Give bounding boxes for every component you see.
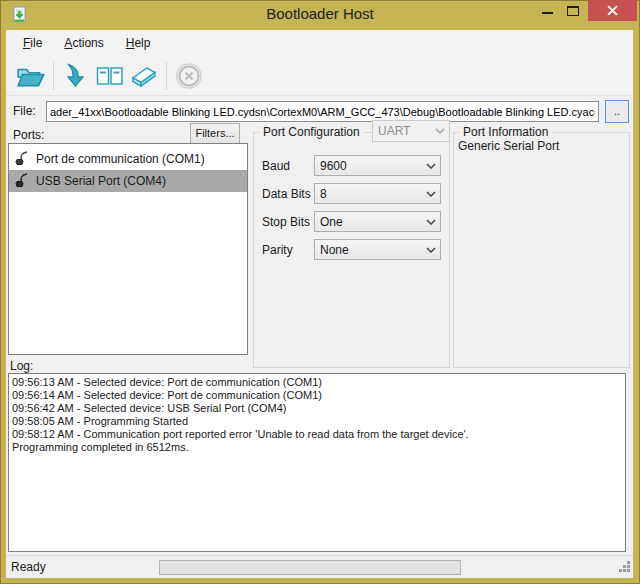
parity-label: Parity <box>262 243 293 257</box>
log-label: Log: <box>10 359 33 373</box>
file-label: File: <box>13 104 36 118</box>
baud-value: 9600 <box>315 159 421 173</box>
log-line: 09:58:05 AM - Programming Started <box>12 415 622 428</box>
data-bits-label: Data Bits <box>262 187 311 201</box>
protocol-dropdown: UART <box>372 120 450 142</box>
close-button[interactable] <box>588 0 637 21</box>
menu-bar: File Actions Help <box>6 30 633 56</box>
stop-bits-dropdown[interactable]: One <box>314 211 441 232</box>
browse-button[interactable]: .. <box>605 100 629 123</box>
data-bits-value: 8 <box>315 187 421 201</box>
folder-open-icon <box>16 63 46 89</box>
verify-documents-icon <box>95 63 125 89</box>
abort-button <box>172 60 206 92</box>
serial-port-icon <box>14 151 29 167</box>
chevron-down-icon <box>421 191 440 197</box>
close-icon <box>607 5 618 16</box>
port-information-group: Port Information Generic Serial Port <box>453 132 630 368</box>
app-window: Bootloader Host File Actions Help <box>0 0 640 584</box>
serial-port-icon <box>14 173 29 189</box>
minimize-button[interactable] <box>538 0 558 21</box>
stop-bits-label: Stop Bits <box>262 215 310 229</box>
minimize-icon <box>542 12 553 14</box>
verify-button[interactable] <box>93 60 127 92</box>
maximize-icon <box>567 6 579 16</box>
program-button[interactable] <box>59 60 93 92</box>
abort-circle-x-icon <box>175 62 203 90</box>
log-line: 09:58:12 AM - Communication port reporte… <box>12 428 622 441</box>
maximize-button[interactable] <box>562 0 584 21</box>
status-bar: Ready <box>6 555 633 578</box>
log-line: Programming completed in 6512ms. <box>12 441 622 454</box>
resize-grip[interactable] <box>618 560 631 576</box>
toolbar-separator <box>166 62 167 90</box>
data-bits-dropdown[interactable]: 8 <box>314 183 441 204</box>
protocol-value: UART <box>373 124 430 138</box>
log-box[interactable]: 09:56:13 AM - Selected device: Port de c… <box>8 373 626 552</box>
client-area: File Actions Help <box>6 30 633 578</box>
progress-bar <box>159 560 461 575</box>
toolbar <box>6 56 633 96</box>
port-item-label: Port de communication (COM1) <box>36 152 205 166</box>
log-line: 09:56:13 AM - Selected device: Port de c… <box>12 376 622 389</box>
chevron-down-icon <box>430 128 449 134</box>
port-list-item-com4[interactable]: USB Serial Port (COM4) <box>9 170 247 192</box>
log-line: 09:56:14 AM - Selected device: Port de c… <box>12 389 622 402</box>
ports-list: Port de communication (COM1) USB Serial … <box>8 143 248 355</box>
chevron-down-icon <box>421 219 440 225</box>
eraser-icon <box>129 63 159 89</box>
chevron-down-icon <box>421 247 440 253</box>
menu-item-actions[interactable]: Actions <box>53 32 114 54</box>
port-information-text: Generic Serial Port <box>458 139 559 153</box>
port-information-title: Port Information <box>459 125 552 139</box>
status-text: Ready <box>11 560 46 574</box>
parity-value: None <box>315 243 421 257</box>
log-line: 09:56:42 AM - Selected device: USB Seria… <box>12 402 622 415</box>
filters-button[interactable]: Filters... <box>190 123 240 144</box>
ports-label: Ports: <box>13 128 44 142</box>
port-item-label: USB Serial Port (COM4) <box>36 174 166 188</box>
open-file-button[interactable] <box>14 60 48 92</box>
stop-bits-value: One <box>315 215 421 229</box>
menu-item-help[interactable]: Help <box>115 32 162 54</box>
title-bar[interactable]: Bootloader Host <box>0 0 640 30</box>
menu-item-file[interactable]: File <box>12 32 53 54</box>
erase-button[interactable] <box>127 60 161 92</box>
file-path-input[interactable] <box>46 101 599 122</box>
port-configuration-title: Port Configuration <box>259 125 364 139</box>
program-download-arrow-icon <box>62 62 90 90</box>
port-list-item-com1[interactable]: Port de communication (COM1) <box>9 148 247 170</box>
baud-dropdown[interactable]: 9600 <box>314 155 441 176</box>
chevron-down-icon <box>421 163 440 169</box>
toolbar-separator <box>53 62 54 90</box>
baud-label: Baud <box>262 159 290 173</box>
parity-dropdown[interactable]: None <box>314 239 441 260</box>
